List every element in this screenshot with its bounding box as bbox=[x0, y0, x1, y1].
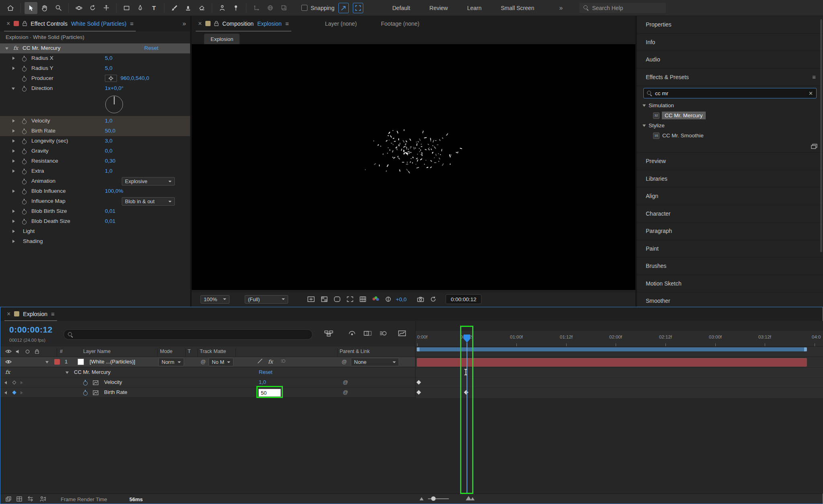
effects-group-stylize[interactable]: Stylize bbox=[637, 120, 823, 131]
snapping-toggle[interactable]: Snapping bbox=[301, 5, 334, 11]
velocity-row[interactable]: Velocity 1,0 @ bbox=[0, 377, 415, 388]
column-mode[interactable]: Mode bbox=[160, 349, 172, 354]
stopwatch-icon[interactable] bbox=[22, 189, 27, 194]
draft-3d-icon[interactable] bbox=[16, 496, 22, 502]
twirl-right-icon[interactable] bbox=[12, 119, 15, 122]
stopwatch-icon[interactable] bbox=[83, 380, 88, 385]
transparency-grid-icon[interactable] bbox=[321, 296, 328, 302]
show-snapshot-icon[interactable] bbox=[430, 296, 436, 302]
puppet-pin-tool[interactable] bbox=[229, 2, 242, 14]
safe-guides-icon[interactable] bbox=[307, 296, 315, 302]
help-search-input[interactable] bbox=[592, 5, 656, 11]
effects-switch-icon[interactable]: fx bbox=[268, 359, 273, 365]
parent-pickwhip-icon[interactable]: @ bbox=[342, 359, 347, 365]
effect-item-cc-mr-smoothie[interactable]: 16 CC Mr. Smoothie bbox=[637, 131, 823, 141]
type-tool[interactable]: T bbox=[147, 2, 160, 14]
next-keyframe-icon[interactable] bbox=[20, 381, 23, 384]
stopwatch-icon[interactable] bbox=[22, 149, 27, 154]
twirl-down-icon[interactable] bbox=[643, 124, 646, 127]
time-ruler[interactable]: 0:00f 00:12f 01:00f 01:12f 02:00f 02:12f… bbox=[415, 331, 823, 347]
effects-presets-search[interactable]: ✕ bbox=[643, 88, 817, 98]
axis-mode-local[interactable] bbox=[250, 2, 263, 14]
stopwatch-icon[interactable] bbox=[22, 139, 27, 144]
sidebar-item-libraries[interactable]: Libraries bbox=[637, 170, 823, 188]
twirl-right-icon[interactable] bbox=[12, 220, 15, 223]
workspace-tab-review[interactable]: Review bbox=[430, 5, 448, 11]
layer-row[interactable]: 1 [White ...(Particles)] Norm @ No M fx … bbox=[0, 357, 415, 367]
twirl-right-icon[interactable] bbox=[12, 169, 15, 173]
rotation-tool[interactable] bbox=[86, 2, 99, 14]
composition-flowchart-icon[interactable] bbox=[324, 331, 333, 337]
group-row-shading[interactable]: Shading bbox=[0, 237, 190, 247]
twirl-right-icon[interactable] bbox=[12, 57, 15, 60]
twirl-right-icon[interactable] bbox=[12, 240, 15, 243]
clone-stamp-tool[interactable] bbox=[182, 2, 194, 14]
twirl-right-icon[interactable] bbox=[12, 230, 15, 233]
stopwatch-icon[interactable] bbox=[22, 66, 27, 71]
column-track-matte[interactable]: Track Matte bbox=[200, 349, 226, 354]
effects-group-simulation[interactable]: Simulation bbox=[637, 100, 823, 110]
selection-tool[interactable] bbox=[25, 2, 37, 14]
property-name[interactable]: Birth Rate bbox=[104, 389, 127, 395]
stopwatch-icon[interactable] bbox=[22, 76, 27, 81]
shy-toggle-icon[interactable] bbox=[28, 496, 33, 502]
sidebar-item-brushes[interactable]: Brushes bbox=[637, 257, 823, 275]
twirl-down-icon[interactable] bbox=[66, 371, 69, 374]
work-area-bar[interactable] bbox=[417, 347, 807, 351]
zoom-in-icon[interactable] bbox=[471, 497, 475, 500]
shy-layers-icon[interactable] bbox=[348, 331, 356, 336]
close-icon[interactable]: × bbox=[6, 20, 10, 27]
property-value[interactable]: 5,0 bbox=[105, 55, 113, 61]
exposure-value[interactable]: +0,0 bbox=[396, 296, 407, 302]
axis-mode-world[interactable] bbox=[264, 2, 276, 14]
stopwatch-icon[interactable] bbox=[22, 169, 27, 174]
effect-row[interactable]: fx CC Mr. Mercury Reset bbox=[0, 367, 415, 377]
effect-header-row[interactable]: fx CC Mr. Mercury Reset bbox=[0, 43, 190, 53]
sidebar-item-character[interactable]: Character bbox=[637, 205, 823, 223]
sidebar-item-align[interactable]: Align bbox=[637, 188, 823, 205]
property-value[interactable]: 1,0 bbox=[105, 118, 113, 124]
sidebar-scrollbar[interactable] bbox=[820, 19, 822, 252]
property-value[interactable]: 0,30 bbox=[105, 158, 115, 164]
layer-viewer-tab[interactable]: Layer (none) bbox=[325, 20, 357, 27]
point-picker-icon[interactable] bbox=[105, 75, 117, 82]
blend-mode-select[interactable]: Norm bbox=[158, 358, 184, 366]
twirl-down-icon[interactable] bbox=[5, 47, 8, 50]
graph-editor-icon[interactable] bbox=[398, 331, 406, 336]
motion-blur-icon[interactable] bbox=[380, 331, 387, 336]
effect-controls-tab[interactable]: × Effect Controls White Solid (Particles… bbox=[4, 16, 136, 31]
motion-blur-switch-icon[interactable] bbox=[281, 359, 286, 363]
pen-tool[interactable] bbox=[134, 2, 147, 14]
hand-tool[interactable] bbox=[38, 2, 51, 14]
twirl-down-icon[interactable] bbox=[643, 104, 646, 107]
frame-blending-icon[interactable] bbox=[364, 331, 372, 336]
zoom-tool[interactable] bbox=[52, 2, 65, 14]
clear-search-icon[interactable]: ✕ bbox=[809, 90, 813, 96]
prev-keyframe-icon[interactable] bbox=[4, 381, 7, 384]
layer-name[interactable]: [White ...(Particles)] bbox=[90, 359, 135, 365]
snapping-checkbox[interactable] bbox=[301, 5, 307, 11]
live-update-icon[interactable] bbox=[6, 496, 11, 502]
twirl-right-icon[interactable] bbox=[12, 210, 15, 213]
sidebar-item-info[interactable]: Info bbox=[637, 34, 823, 51]
sidebar-item-paint[interactable]: Paint bbox=[637, 240, 823, 258]
sidebar-item-audio[interactable]: Audio bbox=[637, 51, 823, 69]
reset-button[interactable]: Reset bbox=[259, 369, 272, 375]
stopwatch-icon[interactable] bbox=[22, 159, 27, 164]
effects-presets-search-input[interactable] bbox=[655, 90, 806, 96]
workspace-tab-default[interactable]: Default bbox=[392, 5, 410, 11]
sidebar-item-preview[interactable]: Preview bbox=[637, 153, 823, 170]
zoom-out-icon[interactable] bbox=[420, 497, 424, 500]
influence-map-dropdown[interactable]: Blob in & out bbox=[122, 197, 175, 206]
quality-switch-icon[interactable] bbox=[258, 359, 262, 363]
sidebar-item-effects-presets[interactable]: Effects & Presets ≡ bbox=[637, 69, 823, 86]
effect-name[interactable]: CC Mr. Mercury bbox=[74, 369, 111, 375]
column-parent-link[interactable]: Parent & Link bbox=[340, 349, 370, 354]
snapshot-camera-icon[interactable] bbox=[417, 297, 424, 302]
property-value[interactable]: 0,01 bbox=[105, 208, 115, 214]
twirl-down-icon[interactable] bbox=[12, 88, 15, 90]
birth-rate-row[interactable]: Birth Rate @ bbox=[0, 388, 415, 398]
effect-item-cc-mr-mercury[interactable]: 32 CC Mr. Mercury bbox=[637, 110, 823, 120]
shape-tool[interactable] bbox=[120, 2, 133, 14]
panel-menu-icon[interactable]: ≡ bbox=[130, 20, 134, 27]
